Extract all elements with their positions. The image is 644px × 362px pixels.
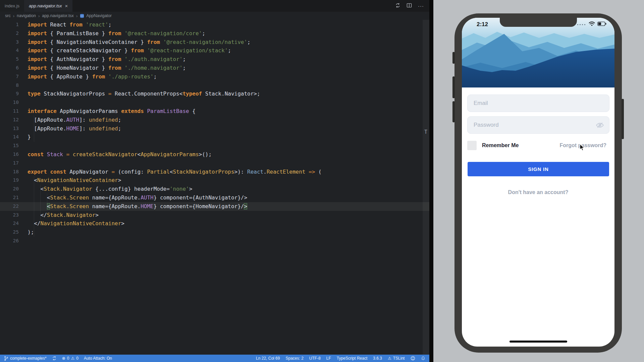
cursor-position[interactable]: Ln 22, Col 69 <box>256 356 280 361</box>
more-actions-icon[interactable]: ··· <box>418 3 424 9</box>
code-line[interactable]: 5import { AuthNavigator } from './auth.n… <box>0 55 429 64</box>
tab-index-js[interactable]: index.js <box>0 0 24 12</box>
code-line[interactable]: 23 </Stack.Navigator> <box>0 211 429 220</box>
tslint-status[interactable]: ⚠ TSLint <box>388 356 405 361</box>
code-line[interactable]: 14} <box>0 133 429 141</box>
line-number: 12 <box>0 116 19 124</box>
email-input[interactable] <box>467 95 609 112</box>
code-line[interactable]: 2import { ParamListBase } from '@react-n… <box>0 29 429 38</box>
sync-button[interactable] <box>52 356 57 361</box>
phone-screen: 2:12 <box>462 18 614 347</box>
breadcrumb-navigation[interactable]: navigation <box>17 13 36 18</box>
line-number: 6 <box>0 64 19 72</box>
line-number: 2 <box>0 29 19 38</box>
code-line[interactable]: 21 <Stack.Screen name={AppRoute.AUTH} co… <box>0 193 429 202</box>
line-number: 7 <box>0 72 19 81</box>
wifi-icon <box>589 21 595 27</box>
git-branch-status[interactable]: complete-exmaples* <box>4 356 47 361</box>
line-number: 1 <box>0 20 19 29</box>
code-line[interactable]: 25); <box>0 228 429 237</box>
battery-icon <box>597 21 606 27</box>
line-number: 17 <box>0 159 19 168</box>
warning-icon: ⚠ <box>388 356 391 361</box>
split-editor-icon[interactable] <box>407 3 412 9</box>
indent-guide <box>47 193 47 211</box>
warning-icon: ⚠ <box>71 356 74 361</box>
code-line[interactable]: 8 <box>0 81 429 90</box>
indent-guide <box>40 185 41 219</box>
breadcrumb-symbol[interactable]: AppNavigator <box>86 13 112 18</box>
code-line[interactable]: 16const Stack = createStackNavigator<App… <box>0 150 429 159</box>
editor-actions: ··· <box>395 0 429 12</box>
code-line[interactable]: 19 <NavigationNativeContainer> <box>0 176 429 185</box>
code-editor[interactable]: 1import React from 'react';2import { Par… <box>0 20 429 355</box>
password-input[interactable] <box>467 116 609 134</box>
code-line[interactable]: 7import { AppRoute } from './app-routes'… <box>0 72 429 81</box>
error-count: 0 <box>67 356 69 361</box>
remember-label: Remember Me <box>482 142 519 148</box>
breadcrumb-file[interactable]: app.navigator.tsx <box>42 13 74 18</box>
line-number: 8 <box>0 81 19 90</box>
code-line[interactable]: 6import { HomeNavigator } from './home.n… <box>0 64 429 72</box>
code-line[interactable]: 10 <box>0 98 429 107</box>
notifications-bell-icon[interactable] <box>421 356 425 361</box>
signup-link[interactable]: Don't have an account? <box>462 189 614 195</box>
line-number: 20 <box>0 185 19 193</box>
code-line[interactable]: 18export const AppNavigator = (config: P… <box>0 168 429 176</box>
code-line[interactable]: 22 <Stack.Screen name={AppRoute.HOME} co… <box>0 202 429 211</box>
compare-changes-icon[interactable] <box>395 3 400 9</box>
line-number: 22 <box>0 202 19 211</box>
line-number: 15 <box>0 141 19 150</box>
language-mode[interactable]: TypeScript React <box>337 356 367 361</box>
line-number: 3 <box>0 38 19 47</box>
vscode-window: index.js app.navigator.tsx × <box>0 0 429 362</box>
scroll-marker: T <box>424 129 427 135</box>
tab-bar: index.js app.navigator.tsx × <box>0 0 429 12</box>
line-number: 21 <box>0 193 19 202</box>
power-button[interactable] <box>622 99 624 139</box>
sign-in-button[interactable]: SIGN IN <box>468 162 609 176</box>
code-line[interactable]: 15 <box>0 141 429 150</box>
volume-down-button[interactable] <box>452 101 455 122</box>
code-line[interactable]: 11interface AppNavigatorParams extends P… <box>0 107 429 116</box>
mute-switch[interactable] <box>452 52 455 64</box>
encoding-status[interactable]: UTF-8 <box>309 356 321 361</box>
cellular-signal-icon <box>577 24 585 25</box>
line-number: 9 <box>0 89 19 98</box>
home-indicator[interactable] <box>509 341 567 343</box>
code-line[interactable]: 3import { NavigationNativeContainer } fr… <box>0 38 429 47</box>
phone-status-bar: 2:12 <box>462 20 614 28</box>
line-number: 14 <box>0 133 19 141</box>
code-line[interactable]: 9type StackNavigatorProps = React.Compon… <box>0 89 429 98</box>
eye-off-icon[interactable] <box>595 121 604 130</box>
line-number: 24 <box>0 219 19 228</box>
problems-status[interactable]: ⊗ 0 ⚠ 0 <box>62 356 78 361</box>
line-number: 26 <box>0 237 19 245</box>
line-number: 10 <box>0 98 19 107</box>
breadcrumb-src[interactable]: src <box>5 13 11 18</box>
typescript-version[interactable]: 3.6.3 <box>373 356 382 361</box>
warning-count: 0 <box>76 356 78 361</box>
tab-app-navigator-tsx[interactable]: app.navigator.tsx × <box>24 0 72 12</box>
volume-up-button[interactable] <box>452 76 455 98</box>
remember-checkbox[interactable] <box>467 141 477 150</box>
eol-status[interactable]: LF <box>326 356 331 361</box>
code-line[interactable]: 17 <box>0 159 429 168</box>
code-line[interactable]: 24 </NavigationNativeContainer> <box>0 219 429 228</box>
code-line[interactable]: 26 <box>0 237 429 245</box>
breadcrumb: src › navigation › app.navigator.tsx › A… <box>0 12 429 20</box>
line-number: 19 <box>0 176 19 185</box>
code-line[interactable]: 13 [AppRoute.HOME]: undefined; <box>0 124 429 133</box>
close-icon[interactable]: × <box>65 3 68 8</box>
feedback-smiley-icon[interactable]: ☺ <box>410 356 415 361</box>
scrollbar[interactable]: T <box>423 20 429 355</box>
code-lines: 1import React from 'react';2import { Par… <box>0 20 429 245</box>
line-number: 25 <box>0 228 19 237</box>
code-line[interactable]: 20 <Stack.Navigator {...config} headerMo… <box>0 185 429 193</box>
code-line[interactable]: 12 [AppRoute.AUTH]: undefined; <box>0 116 429 124</box>
code-line[interactable]: 4import { createStackNavigator } from '@… <box>0 46 429 55</box>
code-line[interactable]: 1import React from 'react'; <box>0 20 429 29</box>
screen-root: index.js app.navigator.tsx × <box>0 0 644 362</box>
auto-attach-status[interactable]: Auto Attach: On <box>84 356 112 361</box>
indentation-status[interactable]: Spaces: 2 <box>285 356 303 361</box>
